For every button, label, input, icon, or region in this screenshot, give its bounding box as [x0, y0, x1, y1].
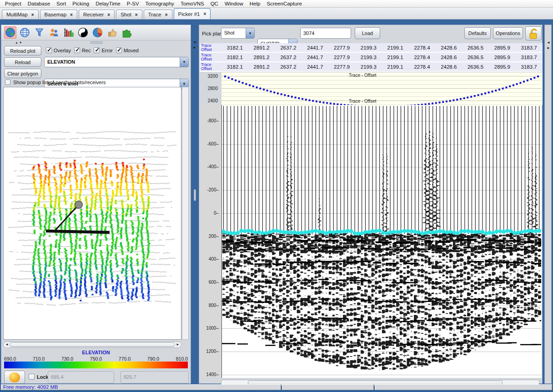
tab-label: MultiMap — [6, 12, 28, 17]
offset-value-cell: 2428.6 — [435, 62, 462, 71]
close-icon[interactable]: × — [107, 12, 110, 17]
menu-sort[interactable]: Sort — [53, 0, 69, 7]
tab-picker-1[interactable]: Picker #1× — [174, 8, 211, 19]
bar-chart-icon[interactable] — [62, 26, 75, 39]
pick-plane-dropdown[interactable]: Shot ▼ — [221, 28, 255, 39]
reload-plot-button[interactable]: Reload plot — [4, 46, 41, 55]
offset-value-cell: 2895.9 — [489, 53, 516, 61]
yin-yang-icon[interactable] — [77, 26, 89, 39]
filter-icon[interactable] — [33, 26, 45, 39]
checkbox-label: Rec — [82, 48, 91, 53]
moved-checkbox[interactable] — [116, 47, 122, 53]
chevron-down-icon[interactable]: ▼ — [180, 57, 188, 67]
offset-value-cell: 2277.9 — [328, 62, 355, 71]
show-popup-label: Show popup list of nearby shots/receiver… — [13, 80, 106, 85]
error-checkbox[interactable] — [94, 47, 100, 53]
checkbox-rec[interactable]: Rec — [74, 47, 91, 53]
trace-offset-table: TraceOffset3182.12891.22637.22441.72277.… — [200, 43, 543, 72]
tab-multimap[interactable]: MultiMap× — [2, 10, 39, 19]
attribute-dropdown[interactable]: ELEVATION ▼ — [44, 57, 189, 67]
checkbox-overlay[interactable]: Overlay — [46, 47, 71, 53]
menu-database[interactable]: Database — [25, 0, 53, 7]
horizontal-splitter-handle[interactable] — [90, 41, 103, 44]
rec-checkbox[interactable] — [74, 47, 80, 53]
clear-polygon-button[interactable]: Clear polygon — [4, 69, 41, 78]
center-splitter[interactable]: ◄ ► — [191, 25, 198, 384]
menu-tomography[interactable]: Tomography — [142, 0, 177, 7]
receiver-map-canvas[interactable] — [4, 87, 181, 339]
tab-basemap[interactable]: Basemap× — [40, 10, 77, 19]
colorbar-tick: 790.0 — [147, 356, 159, 362]
status-segment-3 — [375, 384, 552, 390]
splitter-collapse-right-icon[interactable]: ► — [547, 46, 550, 50]
people-icon[interactable] — [48, 26, 60, 39]
offset-value-cell: 3182.1 — [221, 53, 248, 61]
chevron-down-icon[interactable]: ▼ — [246, 28, 254, 38]
seismic-ytick: 1000– — [201, 326, 219, 331]
close-icon[interactable]: × — [70, 12, 73, 17]
ball-color-button[interactable] — [4, 371, 25, 384]
menu-p-sv[interactable]: P-SV — [124, 0, 142, 7]
lock-checkbox[interactable] — [29, 374, 35, 380]
scroll-right-icon[interactable]: ► — [176, 343, 180, 347]
menu-window[interactable]: Window — [221, 0, 246, 7]
menu-picking[interactable]: Picking — [69, 0, 92, 7]
offset-value-cell: 2199.1 — [382, 62, 409, 71]
offset-plot-axis: 320028002400 — [200, 72, 221, 105]
offset-value-cell: 2636.5 — [462, 53, 489, 61]
offset-value-cell: 2199.1 — [382, 53, 409, 61]
map-scroll-thumb[interactable] — [10, 342, 175, 347]
tab-shot[interactable]: Shot× — [116, 10, 142, 19]
seismic-ytick: 400– — [201, 256, 219, 261]
splitter-collapse-right-icon[interactable]: ► — [193, 45, 196, 50]
offset-ytick: 2400 — [200, 98, 218, 103]
range-max-field[interactable]: 825.7 — [121, 371, 189, 383]
menu-screencapture[interactable]: ScreenCapture — [263, 0, 305, 7]
map-vertical-scrollbar[interactable] — [182, 87, 189, 340]
menu-help[interactable]: Help — [246, 0, 264, 7]
menu-qc[interactable]: QC — [207, 0, 221, 7]
offset-plot-area: Trace - Offset Trace - Offset — [221, 72, 543, 105]
lock-toggle-button[interactable] — [525, 26, 542, 40]
menu-tomovns[interactable]: TomoVNS — [177, 0, 207, 7]
checkbox-moved[interactable]: Moved — [116, 47, 139, 53]
menu-delaytime[interactable]: DelayTime — [92, 0, 124, 7]
center-splitter-handle[interactable] — [194, 189, 196, 201]
tab-receiver[interactable]: Receiver× — [79, 10, 115, 19]
close-icon[interactable]: × — [203, 11, 206, 16]
splitter-collapse-left-icon[interactable]: ◄ — [547, 40, 550, 45]
close-icon[interactable]: × — [31, 12, 34, 17]
seismic-traces-canvas[interactable] — [222, 105, 541, 378]
operations-button[interactable]: Operations — [493, 27, 523, 39]
checkbox-error[interactable]: Error — [94, 47, 112, 53]
earth-icon[interactable] — [4, 26, 16, 39]
seismic-ytick: -400– — [201, 164, 219, 169]
right-splitter-strip[interactable]: ◄ ► — [544, 25, 552, 384]
reload-button[interactable]: Reload — [4, 57, 41, 67]
menu-project[interactable]: Project — [2, 0, 25, 7]
defaults-button[interactable]: Defaults — [464, 27, 491, 39]
wire-globe-icon[interactable] — [19, 26, 31, 39]
shot-id-input[interactable]: 3074 — [300, 28, 351, 39]
load-button[interactable]: Load — [355, 27, 380, 39]
offset-curve-canvas[interactable] — [221, 72, 542, 105]
thumbs-up-icon[interactable] — [106, 26, 118, 39]
scroll-left-icon[interactable]: ◄ — [5, 343, 9, 347]
overlay-checkbox[interactable] — [46, 47, 52, 53]
tab-label: Picker #1 — [178, 11, 200, 17]
trace-offset-row: TraceOffset3182.12891.22637.22441.72277.… — [200, 53, 543, 62]
row-header: TraceOffset — [200, 53, 221, 61]
puzzle-icon[interactable] — [121, 26, 133, 39]
lock-label: Lock — [37, 374, 49, 380]
close-icon[interactable]: × — [135, 12, 138, 17]
range-min-field[interactable]: 685.4 — [48, 371, 114, 383]
show-popup-checkbox[interactable] — [5, 80, 10, 85]
splitter-collapse-left-icon[interactable]: ◄ — [193, 40, 196, 44]
toolbar-collapse-arrows[interactable]: ▲ ▼ — [15, 41, 22, 44]
close-icon[interactable]: × — [165, 12, 168, 17]
offset-value-cell: 2278.4 — [409, 62, 436, 71]
tab-trace[interactable]: Trace× — [144, 10, 172, 19]
seismic-display: -800–-600–-400–-200–0–200–400–600–800–10… — [200, 105, 543, 378]
map-horizontal-scrollbar[interactable]: ◄ ► — [3, 342, 181, 348]
pie-chart-icon[interactable] — [91, 26, 104, 39]
